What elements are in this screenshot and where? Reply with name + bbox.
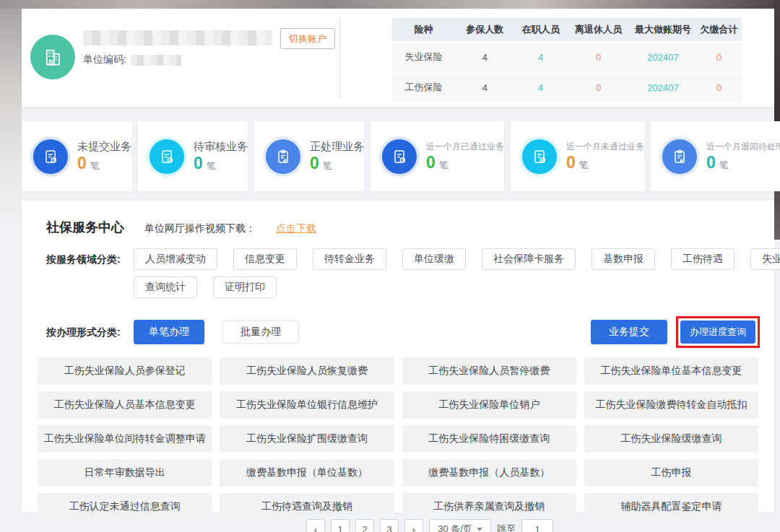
column-header: 离退休人员 [567,18,630,41]
business-items-grid: 工伤失业保险人员参保登记 工伤失业保险人员恢复缴费 工伤失业保险人员暂停缴费 工… [38,357,758,520]
business-item[interactable]: 工伤供养亲属查询及撤销 [402,493,576,520]
mode-filter-label: 按办理形式分类: [46,321,134,343]
download-link[interactable]: 点击下载 [276,222,316,235]
business-item[interactable]: 日常年审数据导出 [38,459,212,487]
chevron-down-icon [477,528,482,531]
doc-clock-icon [382,139,417,174]
table-header-row: 险种 参保人数 在职人员 离退休人员 最大做账期号 欠缴合计 [392,18,742,41]
status-card-unit: 笔 [719,159,729,172]
status-card-unit: 笔 [439,159,448,172]
insurance-type: 工伤保险 [392,73,455,102]
retired-count: 0 [567,43,630,71]
company-name-redacted [83,30,272,45]
status-card-unsubmitted: 未提交业务 0 笔 [22,121,131,191]
business-item[interactable]: 工伤失业保险单位银行信息维护 [220,391,394,419]
status-card-pending-review: 待审核业务 0 笔 [138,121,248,191]
clipboard-arrow-icon [662,139,697,174]
domain-button-info-change[interactable]: 信息变更 [233,248,297,270]
domain-button-cert-print[interactable]: 证明打印 [213,276,277,298]
business-item[interactable]: 工伤失业保险单位基本信息变更 [584,357,758,385]
domain-button-social-card[interactable]: 社会保障卡服务 [482,248,576,270]
page-button-3[interactable]: 3 [380,519,399,532]
status-card-returned-month: 近一个月退回待处理 0 笔 [651,121,780,191]
status-card-label: 近一个月已通过业务 [426,141,504,153]
status-card-unit: 笔 [207,160,216,173]
business-item[interactable]: 辅助器具配置鉴定申请 [584,493,758,520]
progress-query-button[interactable]: 办理进度查询 [680,320,755,344]
pagination: ‹ 1 2 3 › 30 条/页 跳至 [306,519,553,532]
max-period: 202407 [630,73,696,102]
status-card-value: 0 [310,155,319,172]
business-item[interactable]: 工伤失业保险特困缓缴查询 [402,425,576,453]
business-item[interactable]: 工伤失业保险单位销户 [402,391,576,419]
business-item[interactable]: 工伤失业保险人员恢复缴费 [220,357,394,385]
status-card-value: 0 [426,154,436,171]
prev-page-button[interactable]: ‹ [306,519,325,532]
jump-to-input[interactable] [525,519,550,532]
insurance-type: 失业保险 [392,43,455,71]
business-item[interactable]: 工伤失业保险单位间待转金调整申请 [38,425,212,453]
business-item[interactable]: 工伤认定未通过信息查询 [38,493,212,520]
domain-button-injury-benefit[interactable]: 工伤待遇 [671,248,734,270]
background-photo-top [0,0,780,9]
status-card-passed-month: 近一个月已通过业务 0 笔 [370,121,504,191]
account-summary-card: 切换账户 单位编码: 险种 参保人数 在职人员 离退休人员 最大做账期号 欠缴合… [22,9,774,107]
background-photo-right [774,0,780,240]
business-item[interactable]: 工伤申报 [584,459,758,487]
business-item[interactable]: 工伤失业保险扩围缓缴查询 [220,425,394,453]
status-card-label: 待审核业务 [194,140,248,154]
insured-count: 4 [455,43,514,71]
jump-to-input-box [521,519,553,532]
domain-button-query-stats[interactable]: 查询统计 [134,276,197,298]
insured-count: 4 [455,73,514,102]
status-card-value: 0 [566,154,576,171]
table-row: 失业保险 4 4 0 202407 0 [392,43,742,71]
business-item[interactable]: 缴费基数申报（人员基数） [402,459,576,487]
business-item[interactable]: 缴费基数申报（单位基数） [220,459,394,487]
background-photo-left [0,9,22,232]
business-item[interactable]: 工伤失业保险人员基本信息变更 [38,391,212,419]
business-item[interactable]: 工伤失业保险人员暂停缴费 [402,357,576,385]
status-card-label: 未提交业务 [77,140,131,154]
status-card-unit: 笔 [90,160,100,173]
switch-account-button[interactable]: 切换账户 [280,28,335,49]
domain-button-personnel-change[interactable]: 人员增减变动 [134,248,217,270]
page-button-1[interactable]: 1 [331,519,350,532]
column-header: 最大做账期号 [630,18,696,41]
active-count: 4 [514,73,567,102]
business-item[interactable]: 工伤待遇查询及撤销 [220,493,394,520]
doc-minus-icon [522,139,557,174]
business-submit-button[interactable]: 业务提交 [591,320,667,344]
unit-code-redacted [131,55,181,66]
status-card-unit: 笔 [579,159,589,172]
column-header: 险种 [392,18,455,41]
domain-button-unit-deferral[interactable]: 单位缓缴 [402,248,466,270]
status-card-label: 近一个月未通过业务 [566,141,644,153]
column-header: 参保人数 [455,18,514,41]
status-card-value: 0 [706,154,716,171]
mode-button-batch[interactable]: 批量办理 [222,320,299,344]
arrears-total: 0 [696,43,742,71]
company-avatar [30,35,75,79]
clipboard-arrow-icon [266,139,300,174]
building-icon [40,45,65,69]
arrears-total: 0 [696,73,742,102]
page-button-2[interactable]: 2 [355,519,374,532]
domain-button-base-declare[interactable]: 基数申报 [592,248,655,270]
business-item[interactable]: 工伤失业保险缓缴查询 [584,425,758,453]
domain-button-unemploy-benefit[interactable]: 失业待遇 [750,248,780,270]
divider [339,17,340,98]
domain-button-transfer-fund[interactable]: 待转金业务 [313,248,386,270]
business-item[interactable]: 工伤失业保险缴费待转金自动抵扣 [584,391,758,419]
table-row: 工伤保险 4 4 0 202407 0 [392,73,742,102]
insurance-summary-table: 险种 参保人数 在职人员 离退休人员 最大做账期号 欠缴合计 失业保险 4 4 … [392,18,742,102]
mode-button-single[interactable]: 单笔办理 [134,320,204,344]
next-page-button[interactable]: › [404,519,423,532]
doc-minus-icon [150,139,184,174]
business-item[interactable]: 工伤失业保险人员参保登记 [38,357,212,385]
status-cards-row: 未提交业务 0 笔 待审核业务 0 笔 [22,121,774,191]
annotation-highlight-box: 办理进度查询 [676,316,760,348]
column-header: 在职人员 [514,18,567,41]
page-size-select[interactable]: 30 条/页 [429,519,491,532]
max-period: 202407 [630,43,696,71]
